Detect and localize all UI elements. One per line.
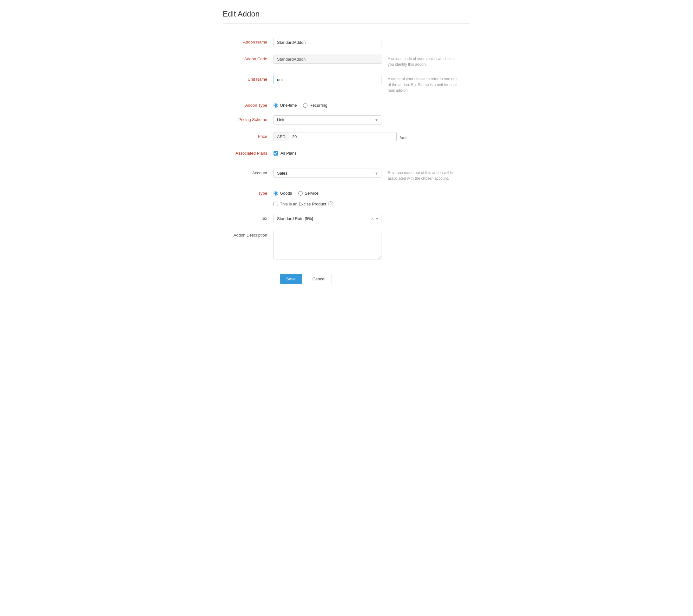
pricing-scheme-label: Pricing Scheme xyxy=(223,115,274,122)
tax-label: Tax xyxy=(223,214,274,221)
price-row: Price AED /unit xyxy=(223,132,470,141)
excise-help-icon[interactable]: ? xyxy=(328,201,333,206)
unit-name-row: Unit Name A name of your choice to refer… xyxy=(223,75,470,93)
tax-select[interactable]: Standard Rate [5%] Exempt Zero Rated xyxy=(274,214,381,223)
associated-plans-checkbox[interactable] xyxy=(274,151,278,156)
account-hint: Revenue made out of this addon will be a… xyxy=(388,169,458,181)
addon-description-input[interactable] xyxy=(274,231,381,259)
excise-checkbox[interactable] xyxy=(274,201,278,206)
tax-clear-icon[interactable]: × xyxy=(371,216,374,221)
unit-name-hint: A name of your choice to refer to one un… xyxy=(388,75,458,93)
price-unit: /unit xyxy=(400,133,408,140)
addon-type-group: One-time Recurring xyxy=(274,101,328,108)
pricing-scheme-select[interactable]: Unit Flat Fee Per Unit Tiered Volume xyxy=(274,115,381,124)
addon-code-row: Addon Code A unique code of your choice … xyxy=(223,55,470,67)
unit-name-label: Unit Name xyxy=(223,75,274,82)
excise-row: This is an Excise Product ? xyxy=(274,199,333,206)
tax-select-wrap: Standard Rate [5%] Exempt Zero Rated × ▼ xyxy=(274,214,381,223)
pricing-scheme-select-wrap: Unit Flat Fee Per Unit Tiered Volume ▼ xyxy=(274,115,381,124)
addon-type-onetime[interactable]: One-time xyxy=(274,103,297,108)
action-buttons: Save Cancel xyxy=(223,266,470,284)
associated-plans-label: Associated Plans xyxy=(223,149,274,156)
addon-name-row: Addon Name xyxy=(223,38,470,47)
addon-type-label: Addon Type xyxy=(223,101,274,108)
account-row: Account Sales Revenue Other ▼ Revenue ma… xyxy=(223,169,470,181)
type-row: Type Goods Service This is an Excise Pro… xyxy=(223,189,470,206)
addon-code-label: Addon Code xyxy=(223,55,274,61)
save-button[interactable]: Save xyxy=(280,274,302,284)
type-goods[interactable]: Goods xyxy=(274,191,292,196)
account-label: Account xyxy=(223,169,274,175)
type-radio-group: Goods Service xyxy=(274,189,319,196)
price-wrap: AED /unit xyxy=(274,132,408,141)
account-select[interactable]: Sales Revenue Other xyxy=(274,169,381,178)
associated-plans-checkbox-item[interactable]: All Plans xyxy=(274,149,297,156)
addon-code-hint: A unique code of your choice which lets … xyxy=(388,55,458,67)
account-select-wrap: Sales Revenue Other ▼ xyxy=(274,169,381,178)
price-label: Price xyxy=(223,132,274,139)
unit-name-input[interactable] xyxy=(274,75,381,84)
addon-name-label: Addon Name xyxy=(223,38,274,44)
associated-plans-text: All Plans xyxy=(280,151,297,156)
price-currency: AED xyxy=(274,132,289,141)
tax-row: Tax Standard Rate [5%] Exempt Zero Rated… xyxy=(223,214,470,223)
type-label: Type xyxy=(223,189,274,196)
cancel-button[interactable]: Cancel xyxy=(306,274,332,284)
addon-name-input[interactable] xyxy=(274,38,381,47)
page-title: Edit Addon xyxy=(223,9,470,24)
addon-description-label: Addon Description xyxy=(223,231,274,237)
price-input[interactable] xyxy=(289,132,397,141)
addon-description-row: Addon Description xyxy=(223,231,470,259)
addon-type-recurring[interactable]: Recurring xyxy=(303,103,327,108)
excise-label: This is an Excise Product xyxy=(280,201,326,206)
pricing-scheme-row: Pricing Scheme Unit Flat Fee Per Unit Ti… xyxy=(223,115,470,124)
type-service[interactable]: Service xyxy=(298,191,318,196)
addon-code-input[interactable] xyxy=(274,55,381,64)
addon-type-row: Addon Type One-time Recurring xyxy=(223,101,470,108)
associated-plans-row: Associated Plans All Plans xyxy=(223,149,470,156)
